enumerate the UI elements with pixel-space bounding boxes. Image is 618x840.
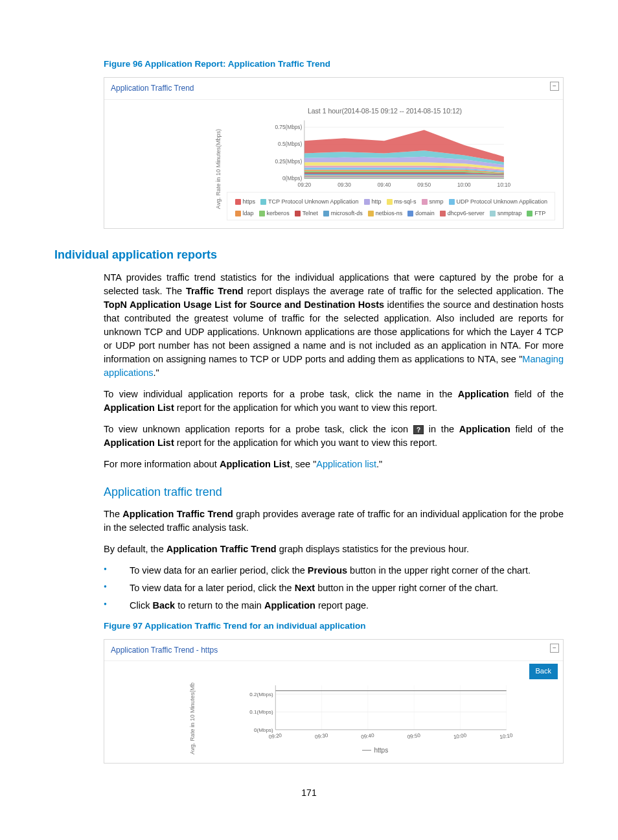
figure97-chart-body: Back Avg. Rate in 10 Minutes(Mb 0(Mbps)0…	[104, 661, 563, 763]
svg-text:09:20: 09:20	[268, 732, 282, 740]
svg-text:09:50: 09:50	[407, 732, 421, 740]
collapse-icon[interactable]: −	[550, 82, 559, 91]
svg-text:0.1(Mbps): 0.1(Mbps)	[249, 709, 273, 715]
figure97-panel-header: Application Traffic Trend - https −	[104, 640, 563, 662]
legend-item: https	[235, 196, 256, 207]
legend-item: UDP Protocol Unknown Application	[449, 196, 547, 207]
page-number: 171	[54, 787, 564, 800]
figure96-y-axis-label: Avg. Rate in 10 Minutes(Mbps)	[214, 129, 223, 209]
figure97-plot-area: 0(Mbps)0.1(Mbps)0.2(Mbps)09:2009:3009:40…	[201, 682, 555, 755]
figure97-caption: Figure 97 Application Traffic Trend for …	[54, 620, 564, 633]
figure96-chart-body: Last 1 hour(2014-08-15 09:12 -- 2014-08-…	[104, 100, 563, 228]
section-heading-individual-reports: Individual application reports	[54, 247, 564, 263]
legend-item: snmp	[422, 196, 444, 207]
figure96-plot-area: 0(Mbps)0.25(Mbps)0.5(Mbps)0.75(Mbps)09:2…	[227, 118, 555, 220]
figure96-panel-header: Application Traffic Trend −	[104, 78, 563, 100]
back-button[interactable]: Back	[529, 664, 558, 679]
figure96-panel: Application Traffic Trend − Last 1 hour(…	[104, 77, 564, 229]
para-1: NTA provides traffic trend statistics fo…	[104, 271, 564, 380]
figure96-legend: httpsTCP Protocol Unknown Applicationhtt…	[227, 192, 555, 220]
svg-text:0.5(Mbps): 0.5(Mbps)	[278, 142, 302, 148]
legend-item: Telnet	[295, 208, 318, 218]
svg-text:09:30: 09:30	[338, 183, 351, 189]
svg-text:0(Mbps): 0(Mbps)	[254, 727, 273, 733]
figure96-panel-title: Application Traffic Trend	[111, 84, 194, 93]
link-application-list[interactable]: Application list	[316, 459, 376, 469]
para-2: To view individual application reports f…	[104, 388, 564, 415]
figure97-panel: Application Traffic Trend - https − Back…	[104, 639, 564, 764]
svg-text:10:10: 10:10	[499, 732, 513, 740]
bullet-item-2: To view data for a later period, click t…	[104, 581, 564, 595]
figure97-legend: https	[201, 740, 555, 755]
bullet-item-1: To view data for an earlier period, clic…	[104, 564, 564, 578]
legend-item: TCP Protocol Unknown Application	[260, 196, 358, 207]
legend-item: domain	[407, 208, 435, 218]
legend-item: FTP	[527, 208, 545, 218]
figure97-svg: 0(Mbps)0.1(Mbps)0.2(Mbps)09:2009:3009:40…	[201, 682, 555, 740]
legend-item: ldap	[235, 208, 254, 218]
figure96-svg: 0(Mbps)0.25(Mbps)0.5(Mbps)0.75(Mbps)09:2…	[227, 118, 555, 189]
bullet-list: To view data for an earlier period, clic…	[104, 564, 564, 612]
collapse-icon[interactable]: −	[550, 644, 559, 653]
legend-item: kerberos	[259, 208, 290, 218]
figure97-y-axis-label: Avg. Rate in 10 Minutes(Mb	[189, 682, 197, 754]
svg-text:09:50: 09:50	[417, 183, 431, 189]
legend-item: https	[362, 746, 388, 755]
legend-item: dhcpv6-server	[440, 208, 485, 218]
subsection-heading-traffic-trend: Application traffic trend	[104, 484, 564, 500]
svg-text:10:00: 10:00	[453, 732, 467, 740]
para-5: The Application Traffic Trend graph prov…	[104, 508, 564, 535]
figure96-caption: Figure 96 Application Report: Applicatio…	[54, 58, 564, 71]
legend-item: microsoft-ds	[323, 208, 363, 218]
svg-text:0.25(Mbps): 0.25(Mbps)	[275, 159, 302, 165]
bullet-item-3: Click Back to return to the main Applica…	[104, 599, 564, 612]
svg-text:09:40: 09:40	[360, 732, 374, 740]
svg-text:09:30: 09:30	[314, 732, 328, 740]
para-4: For more information about Application L…	[104, 458, 564, 471]
svg-text:10:00: 10:00	[457, 183, 471, 189]
svg-text:09:40: 09:40	[377, 183, 391, 189]
legend-item: http	[364, 196, 382, 207]
legend-item: snmptrap	[490, 208, 522, 218]
svg-text:0.75(Mbps): 0.75(Mbps)	[275, 124, 302, 130]
para-3: To view unknown application reports for …	[104, 423, 564, 450]
para-6: By default, the Application Traffic Tren…	[104, 542, 564, 556]
figure96-chart-title: Last 1 hour(2014-08-15 09:12 -- 2014-08-…	[214, 106, 555, 116]
legend-item: ms-sql-s	[387, 196, 417, 207]
unknown-app-icon[interactable]: ?	[413, 425, 424, 434]
svg-text:09:20: 09:20	[297, 183, 311, 189]
figure97-panel-title: Application Traffic Trend - https	[111, 646, 218, 655]
svg-text:0(Mbps): 0(Mbps)	[282, 176, 303, 182]
svg-text:0.2(Mbps): 0.2(Mbps)	[249, 692, 273, 697]
svg-text:10:10: 10:10	[497, 183, 510, 189]
legend-item: netbios-ns	[368, 208, 403, 218]
